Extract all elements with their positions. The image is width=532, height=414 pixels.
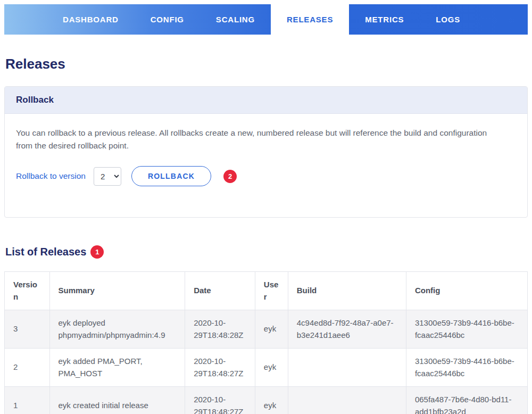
releases-table-body: 3eyk deployed phpmyadmin/phpmyadmin:4.92… (5, 310, 528, 414)
cell-config: 065fa487-7b6e-4d80-bd11-add1bfb23a2d (406, 387, 527, 414)
cell-user: eyk (255, 310, 288, 349)
cell-summary: eyk deployed phpmyadmin/phpmyadmin:4.9 (49, 310, 185, 349)
table-row: 1eyk created initial release2020-10-29T1… (5, 387, 528, 414)
cell-config: 31300e59-73b9-4416-b6be-fcaac25446bc (406, 310, 527, 349)
column-header-config: Config (406, 272, 527, 310)
cell-date: 2020-10-29T18:48:28Z (185, 310, 255, 349)
rollback-card-header: Rollback (5, 87, 527, 114)
cell-build: 4c94ed8d-7f92-48a7-a0e7-b3e241d1aee6 (288, 310, 406, 349)
rollback-button[interactable]: ROLLBACK (131, 166, 211, 186)
column-header-date: Date (185, 272, 255, 310)
nav-item-scaling[interactable]: SCALING (200, 4, 271, 35)
nav-item-metrics[interactable]: METRICS (349, 4, 420, 35)
annotation-badge-2: 2 (223, 170, 237, 183)
column-header-build: Build (288, 272, 406, 310)
cell-date: 2020-10-29T18:48:27Z (185, 387, 255, 414)
cell-build (288, 349, 406, 387)
nav-item-logs[interactable]: LOGS (420, 4, 476, 35)
cell-summary: eyk created initial release (49, 387, 185, 414)
column-header-user: User (255, 272, 288, 310)
cell-summary: eyk added PMA_PORT, PMA_HOST (49, 349, 185, 387)
rollback-description: You can rollback to a previous release. … (16, 127, 495, 152)
releases-heading: List of Releases (5, 246, 86, 258)
table-row: 2eyk added PMA_PORT, PMA_HOST2020-10-29T… (5, 349, 528, 387)
top-navbar: DASHBOARD CONFIG SCALING RELEASES METRIC… (4, 4, 528, 35)
cell-version: 1 (5, 387, 50, 414)
page-title: Releases (5, 56, 527, 72)
nav-item-dashboard[interactable]: DASHBOARD (47, 4, 135, 35)
releases-table: Version Summary Date User Build Config 3… (4, 271, 528, 414)
annotation-badge-1: 1 (90, 245, 104, 259)
cell-user: eyk (255, 349, 288, 387)
cell-user: eyk (255, 387, 288, 414)
cell-version: 3 (5, 310, 50, 349)
rollback-controls: Rollback to version 2 ROLLBACK 2 (16, 166, 516, 186)
cell-date: 2020-10-29T18:48:27Z (185, 349, 255, 387)
cell-build (288, 387, 406, 414)
column-header-version: Version (5, 272, 50, 310)
rollback-version-label: Rollback to version (16, 171, 86, 181)
releases-heading-row: List of Releases 1 (5, 245, 527, 259)
rollback-card-body: You can rollback to a previous release. … (5, 114, 527, 217)
table-row: 3eyk deployed phpmyadmin/phpmyadmin:4.92… (5, 310, 528, 349)
table-header-row: Version Summary Date User Build Config (5, 272, 528, 310)
nav-item-releases[interactable]: RELEASES (271, 4, 349, 35)
rollback-card: Rollback You can rollback to a previous … (4, 86, 528, 218)
nav-item-config[interactable]: CONFIG (135, 4, 200, 35)
rollback-version-select[interactable]: 2 (94, 167, 121, 186)
releases-table-head: Version Summary Date User Build Config (5, 272, 528, 310)
cell-config: 31300e59-73b9-4416-b6be-fcaac25446bc (406, 349, 527, 387)
column-header-summary: Summary (49, 272, 185, 310)
cell-version: 2 (5, 349, 50, 387)
